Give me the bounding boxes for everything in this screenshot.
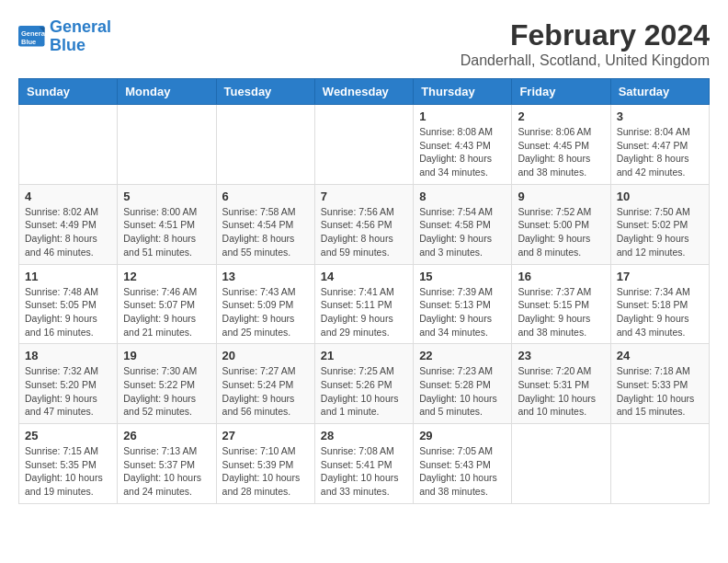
day-info: Sunrise: 8:00 AM Sunset: 4:51 PM Dayligh… [123,205,210,259]
day-number: 12 [123,270,210,283]
day-number: 17 [617,270,703,283]
calendar-cell: 14Sunrise: 7:41 AM Sunset: 5:11 PM Dayli… [314,264,413,344]
calendar-cell: 21Sunrise: 7:25 AM Sunset: 5:26 PM Dayli… [314,344,413,424]
calendar-body: 1Sunrise: 8:08 AM Sunset: 4:43 PM Daylig… [19,105,710,504]
logo: General Blue GeneralBlue [18,18,111,55]
calendar-cell [118,105,216,185]
calendar-week-5: 25Sunrise: 7:15 AM Sunset: 5:35 PM Dayli… [19,424,710,504]
calendar-cell: 2Sunrise: 8:06 AM Sunset: 4:45 PM Daylig… [512,105,610,185]
day-info: Sunrise: 7:32 AM Sunset: 5:20 PM Dayligh… [25,364,111,419]
calendar-cell: 24Sunrise: 7:18 AM Sunset: 5:33 PM Dayli… [610,344,709,424]
day-number: 24 [617,349,703,362]
day-info: Sunrise: 7:10 AM Sunset: 5:39 PM Dayligh… [222,444,309,499]
day-info: Sunrise: 7:41 AM Sunset: 5:11 PM Dayligh… [321,285,407,339]
day-info: Sunrise: 7:25 AM Sunset: 5:26 PM Dayligh… [321,364,407,419]
calendar-cell: 23Sunrise: 7:20 AM Sunset: 5:31 PM Dayli… [512,344,610,424]
day-info: Sunrise: 7:48 AM Sunset: 5:05 PM Dayligh… [25,285,111,339]
day-info: Sunrise: 7:23 AM Sunset: 5:28 PM Dayligh… [419,364,506,419]
day-number: 25 [25,429,111,442]
day-number: 6 [222,190,309,203]
calendar-cell: 26Sunrise: 7:13 AM Sunset: 5:37 PM Dayli… [118,424,216,504]
calendar-cell: 3Sunrise: 8:04 AM Sunset: 4:47 PM Daylig… [610,105,709,185]
calendar-cell: 15Sunrise: 7:39 AM Sunset: 5:13 PM Dayli… [414,264,512,344]
calendar-cell: 25Sunrise: 7:15 AM Sunset: 5:35 PM Dayli… [19,424,118,504]
day-number: 11 [25,270,111,283]
logo-icon: General Blue [18,26,46,48]
day-info: Sunrise: 7:58 AM Sunset: 4:54 PM Dayligh… [222,205,309,259]
calendar-week-4: 18Sunrise: 7:32 AM Sunset: 5:20 PM Dayli… [19,344,710,424]
day-info: Sunrise: 7:30 AM Sunset: 5:22 PM Dayligh… [123,364,210,419]
header-saturday: Saturday [610,79,709,105]
day-number: 8 [419,190,506,203]
day-info: Sunrise: 8:04 AM Sunset: 4:47 PM Dayligh… [617,125,703,179]
day-info: Sunrise: 7:37 AM Sunset: 5:15 PM Dayligh… [518,285,604,339]
calendar-cell: 27Sunrise: 7:10 AM Sunset: 5:39 PM Dayli… [216,424,314,504]
day-number: 3 [617,109,703,123]
day-info: Sunrise: 7:08 AM Sunset: 5:41 PM Dayligh… [321,444,407,499]
calendar-cell: 7Sunrise: 7:56 AM Sunset: 4:56 PM Daylig… [314,184,413,264]
day-info: Sunrise: 7:52 AM Sunset: 5:00 PM Dayligh… [518,205,604,259]
day-info: Sunrise: 8:06 AM Sunset: 4:45 PM Dayligh… [518,125,604,179]
day-info: Sunrise: 8:02 AM Sunset: 4:49 PM Dayligh… [25,205,111,259]
calendar-cell: 9Sunrise: 7:52 AM Sunset: 5:00 PM Daylig… [512,184,610,264]
day-number: 9 [518,190,604,203]
calendar-week-1: 1Sunrise: 8:08 AM Sunset: 4:43 PM Daylig… [19,105,710,185]
day-number: 23 [518,349,604,362]
calendar-cell: 20Sunrise: 7:27 AM Sunset: 5:24 PM Dayli… [216,344,314,424]
calendar-cell: 13Sunrise: 7:43 AM Sunset: 5:09 PM Dayli… [216,264,314,344]
calendar-cell [610,424,709,504]
calendar-cell: 28Sunrise: 7:08 AM Sunset: 5:41 PM Dayli… [314,424,413,504]
day-number: 13 [222,270,309,283]
calendar-cell: 22Sunrise: 7:23 AM Sunset: 5:28 PM Dayli… [414,344,512,424]
day-number: 27 [222,429,309,442]
calendar-cell: 19Sunrise: 7:30 AM Sunset: 5:22 PM Dayli… [118,344,216,424]
calendar-cell [512,424,610,504]
header-friday: Friday [512,79,610,105]
day-info: Sunrise: 8:08 AM Sunset: 4:43 PM Dayligh… [419,125,506,179]
header-monday: Monday [118,79,216,105]
svg-text:Blue: Blue [21,37,36,45]
calendar-cell: 16Sunrise: 7:37 AM Sunset: 5:15 PM Dayli… [512,264,610,344]
calendar-cell: 17Sunrise: 7:34 AM Sunset: 5:18 PM Dayli… [610,264,709,344]
location-subtitle: Danderhall, Scotland, United Kingdom [461,52,710,69]
day-number: 4 [25,190,111,203]
day-number: 5 [123,190,210,203]
calendar-cell [19,105,118,185]
calendar-cell: 10Sunrise: 7:50 AM Sunset: 5:02 PM Dayli… [610,184,709,264]
day-info: Sunrise: 7:13 AM Sunset: 5:37 PM Dayligh… [123,444,210,499]
day-info: Sunrise: 7:34 AM Sunset: 5:18 PM Dayligh… [617,285,703,339]
day-number: 1 [419,109,506,123]
calendar-cell: 1Sunrise: 8:08 AM Sunset: 4:43 PM Daylig… [414,105,512,185]
calendar-cell [314,105,413,185]
header-thursday: Thursday [414,79,512,105]
day-number: 15 [419,270,506,283]
day-number: 21 [321,349,407,362]
day-number: 10 [617,190,703,203]
calendar-cell: 6Sunrise: 7:58 AM Sunset: 4:54 PM Daylig… [216,184,314,264]
day-number: 22 [419,349,506,362]
day-info: Sunrise: 7:15 AM Sunset: 5:35 PM Dayligh… [25,444,111,499]
day-info: Sunrise: 7:05 AM Sunset: 5:43 PM Dayligh… [419,444,506,499]
header: General Blue GeneralBlue February 2024 D… [18,18,710,69]
day-number: 14 [321,270,407,283]
day-info: Sunrise: 7:43 AM Sunset: 5:09 PM Dayligh… [222,285,309,339]
day-number: 28 [321,429,407,442]
calendar-cell: 18Sunrise: 7:32 AM Sunset: 5:20 PM Dayli… [19,344,118,424]
header-tuesday: Tuesday [216,79,314,105]
day-info: Sunrise: 7:50 AM Sunset: 5:02 PM Dayligh… [617,205,703,259]
calendar-cell: 4Sunrise: 8:02 AM Sunset: 4:49 PM Daylig… [19,184,118,264]
day-number: 2 [518,109,604,123]
day-info: Sunrise: 7:56 AM Sunset: 4:56 PM Dayligh… [321,205,407,259]
svg-text:General: General [21,29,46,37]
day-info: Sunrise: 7:27 AM Sunset: 5:24 PM Dayligh… [222,364,309,419]
calendar-cell: 29Sunrise: 7:05 AM Sunset: 5:43 PM Dayli… [414,424,512,504]
calendar-cell: 8Sunrise: 7:54 AM Sunset: 4:58 PM Daylig… [414,184,512,264]
day-number: 18 [25,349,111,362]
month-year-title: February 2024 [461,18,710,52]
calendar-cell: 12Sunrise: 7:46 AM Sunset: 5:07 PM Dayli… [118,264,216,344]
day-info: Sunrise: 7:46 AM Sunset: 5:07 PM Dayligh… [123,285,210,339]
day-info: Sunrise: 7:18 AM Sunset: 5:33 PM Dayligh… [617,364,703,419]
title-section: February 2024 Danderhall, Scotland, Unit… [461,18,710,69]
day-number: 20 [222,349,309,362]
calendar-header: Sunday Monday Tuesday Wednesday Thursday… [19,79,710,105]
